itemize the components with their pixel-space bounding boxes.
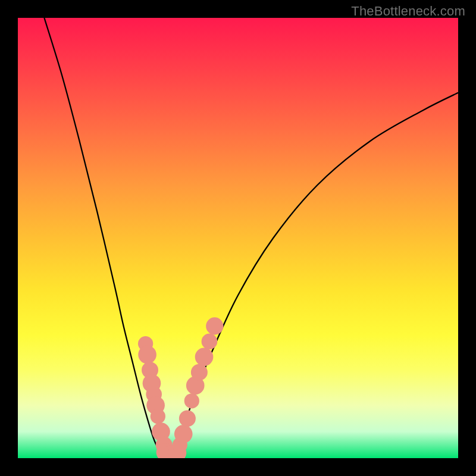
bead: [206, 317, 223, 334]
marker-layer: [18, 18, 458, 458]
watermark: TheBottleneck.com: [351, 4, 465, 19]
plot-area: [18, 18, 458, 458]
bead: [151, 409, 165, 424]
chart-frame: TheBottleneck.com: [0, 0, 476, 476]
bead: [174, 425, 193, 443]
bead: [202, 334, 218, 350]
bead: [138, 346, 156, 364]
bead: [195, 347, 214, 366]
bead: [184, 393, 199, 408]
bead: [179, 410, 196, 427]
valley-beads: [138, 317, 224, 458]
bead: [191, 364, 208, 381]
